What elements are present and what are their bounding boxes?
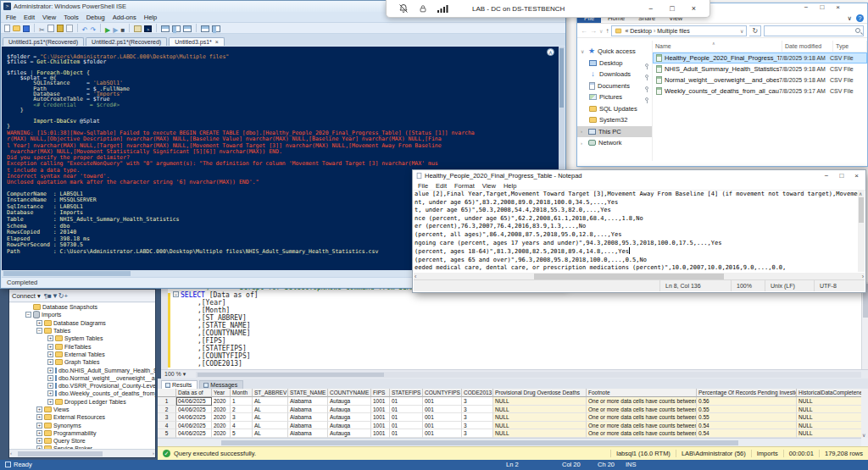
grid-cell[interactable]: 1001 <box>371 413 390 422</box>
grid-cell[interactable]: 3 <box>462 422 493 430</box>
grid-cell[interactable]: 01 <box>390 406 423 414</box>
scrollbar-thumb[interactable] <box>559 48 564 108</box>
expand-icon[interactable]: + <box>47 399 53 405</box>
grid-cell[interactable]: Autauga <box>328 406 371 414</box>
grid-cell[interactable]: 4 <box>158 422 176 430</box>
scroll-down-icon[interactable]: ∨ <box>862 432 865 438</box>
object-explorer-hscrollbar[interactable]: ‹ › <box>9 449 155 457</box>
sidebar-item-network[interactable]: ›Network <box>577 137 652 149</box>
grid-cell[interactable]: 01 <box>390 422 423 430</box>
new-remote-powershell-tab-icon[interactable] <box>134 20 142 36</box>
start-powershell-icon[interactable]: > <box>144 20 152 36</box>
refresh-icon[interactable]: ↻ <box>749 25 761 36</box>
grid-cell[interactable]: AL <box>253 422 288 430</box>
grid-cell[interactable]: NULL <box>493 413 587 422</box>
grid-row[interactable]: 304/06/202520203ALAlabamaAutauga10010100… <box>158 413 861 422</box>
expand-icon[interactable]: + <box>36 414 42 420</box>
tree-item[interactable]: −Tables <box>9 327 155 335</box>
grid-cell[interactable]: 04/06/2025 <box>176 422 212 430</box>
grid-cell[interactable]: 0.54 <box>697 422 797 430</box>
grid-cell[interactable]: 1001 <box>371 397 390 406</box>
grid-cell[interactable]: 2020 <box>212 406 231 414</box>
notepad-vscrollbar[interactable]: ∧ <box>858 191 865 272</box>
grid-cell[interactable]: One or more data cells have counts betwe… <box>587 406 697 414</box>
grid-cell[interactable]: 04/06/2025 <box>176 429 212 438</box>
grid-cell[interactable]: NULL <box>797 422 861 430</box>
grid-cell[interactable]: Autauga <box>328 397 371 406</box>
grid-row[interactable]: 104/06/202520201ALAlabamaAutauga10010100… <box>158 397 861 406</box>
grid-cell[interactable]: 2 <box>158 406 176 414</box>
file-row[interactable]: NHIS_Adult_Summary_Health_Statistics7/8/… <box>653 64 867 75</box>
console-pane[interactable]: WARNING: [15:01:38][New-SqlTable] Failed… <box>7 130 475 256</box>
address-bar[interactable]: « Desktop › Multiple files ∨ <box>611 25 747 36</box>
tree-item[interactable]: +System Tables <box>9 335 155 342</box>
paste-icon[interactable] <box>57 20 64 36</box>
grid-cell[interactable]: NULL <box>493 397 587 406</box>
zoom-level[interactable]: 100 % ▾ <box>161 371 189 378</box>
grid-cell[interactable]: NULL <box>493 422 587 430</box>
chevron-icon[interactable]: › <box>581 141 586 146</box>
clear-output-icon[interactable] <box>66 20 73 36</box>
grid-cell[interactable]: 1 <box>231 397 253 406</box>
expand-icon[interactable]: + <box>47 390 53 396</box>
grid-column-header[interactable]: Month <box>231 389 253 397</box>
sidebar-item-system32[interactable]: System32 <box>577 114 652 126</box>
scroll-right-icon[interactable]: › <box>862 274 864 279</box>
grid-cell[interactable]: 1001 <box>371 429 390 438</box>
tree-item[interactable]: Database Snapshots <box>9 303 155 311</box>
grid-column-header[interactable]: Footnote <box>587 389 697 397</box>
menu-view[interactable]: View <box>482 182 496 190</box>
scrollbar-thumb[interactable] <box>198 373 384 377</box>
sidebar-item-this-pc[interactable]: ›This PC <box>577 126 652 138</box>
grid-cell[interactable]: 001 <box>423 406 462 414</box>
grid-column-header[interactable]: COUNTYFIPS <box>423 389 462 397</box>
signal-strength-icon[interactable] <box>437 4 448 13</box>
grid-cell[interactable]: Alabama <box>288 413 328 422</box>
grid-cell[interactable]: 3 <box>462 406 493 414</box>
grid-cell[interactable]: 04/06/2025 <box>176 397 212 406</box>
minimize-button[interactable]: − <box>648 4 653 13</box>
grid-column-header[interactable]: ST_ABBREV <box>253 389 288 397</box>
scrollbar-thumb[interactable] <box>221 440 738 445</box>
grid-cell[interactable]: 3 <box>462 429 493 438</box>
grid-cell[interactable]: NULL <box>797 397 861 406</box>
grid-cell[interactable]: 01 <box>390 397 423 406</box>
grid-cell[interactable]: NULL <box>493 429 587 438</box>
grid-cell[interactable]: 5 <box>231 429 253 438</box>
grid-cell[interactable]: AL <box>253 397 288 406</box>
grid-cell[interactable]: 01 <box>390 413 423 422</box>
grid-cell[interactable]: 3 <box>158 413 176 422</box>
grid-cell[interactable]: Autauga <box>328 429 371 438</box>
grid-cell[interactable]: 2020 <box>212 413 231 422</box>
tree-item[interactable]: +Programmability <box>9 429 155 437</box>
grid-column-header[interactable]: Data as of <box>176 389 212 397</box>
forward-icon[interactable]: → <box>590 27 597 35</box>
grid-cell[interactable]: 2020 <box>212 397 231 406</box>
expand-icon[interactable]: + <box>36 406 42 412</box>
maximize-button[interactable]: □ <box>820 3 824 11</box>
grid-vscrollbar[interactable]: ∨ <box>861 389 868 438</box>
menu-help[interactable]: Help <box>504 182 516 190</box>
grid-cell[interactable]: One or more data cells have counts betwe… <box>587 429 697 438</box>
grid-hscrollbar[interactable] <box>158 438 861 446</box>
grid-cell[interactable]: One or more data cells have counts betwe… <box>587 413 697 422</box>
tree-item[interactable]: +Dropped Ledger Tables <box>9 398 155 406</box>
grid-cell[interactable]: Autauga <box>328 413 371 422</box>
script-tab[interactable]: Untitled1.ps1*(Recovered) <box>3 37 84 46</box>
sidebar-item-desktop[interactable]: Desktop <box>577 58 652 69</box>
column-header-type[interactable]: Type <box>833 41 867 52</box>
stop-operation-icon[interactable]: ■ <box>120 20 125 36</box>
close-button[interactable]: × <box>854 172 859 180</box>
scroll-right-icon[interactable]: › <box>153 450 154 457</box>
sidebar-item-sql-updates[interactable]: SQL Updates <box>577 103 652 115</box>
expand-ribbon-icon[interactable]: ∨ <box>848 14 853 22</box>
expand-icon[interactable]: − <box>36 328 42 334</box>
grid-cell[interactable]: 001 <box>423 413 462 422</box>
file-row[interactable]: Normal_weight__overweight__and_obesit...… <box>653 75 867 86</box>
sidebar-item-pictures[interactable]: Pictures <box>577 91 652 103</box>
sidebar-item-downloads[interactable]: ↓Downloads <box>577 69 652 80</box>
grid-column-header[interactable]: STATEFIPS <box>390 389 423 397</box>
expand-icon[interactable]: + <box>47 335 53 341</box>
grid-row[interactable]: 204/06/202520202ALAlabamaAutauga10010100… <box>158 406 861 414</box>
scroll-left-icon[interactable]: ‹ <box>415 274 416 279</box>
